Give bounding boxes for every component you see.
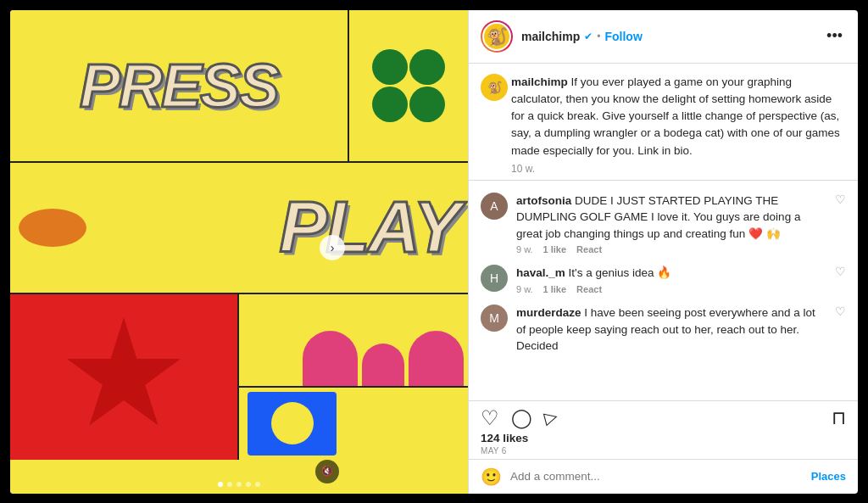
mute-button[interactable]: 🔇 <box>315 460 339 483</box>
more-icon: ••• <box>826 27 843 44</box>
comment-like-button-1[interactable]: ♡ <box>835 193 846 206</box>
comments-list: A artofsonia DUDE I JUST STARTED PLAYING… <box>469 181 858 400</box>
commenter-username-3[interactable]: murderdaze <box>516 306 581 319</box>
avatar-ring: 🐒 <box>481 20 513 53</box>
comment-likes-1: 1 like <box>543 244 567 254</box>
commenter-avatar-1: A <box>481 193 508 220</box>
add-comment-row: 🙂 Places <box>469 459 858 494</box>
commenter-avatar-2: H <box>481 265 508 292</box>
dot-3 <box>236 482 242 487</box>
emoji-button[interactable]: 🙂 <box>481 467 502 487</box>
red-star-shape <box>64 317 183 436</box>
orange-blob <box>19 209 86 247</box>
mute-icon: 🔇 <box>321 466 333 477</box>
press-text: PRESS <box>80 51 278 120</box>
comment-time-2: 9 w. <box>516 284 533 294</box>
avatar: 🐒 <box>482 22 511 51</box>
pink-half-circle <box>303 331 358 386</box>
more-options-button[interactable]: ••• <box>823 27 846 45</box>
follow-button[interactable]: Follow <box>604 30 642 43</box>
post-date: MAY 6 <box>481 446 846 455</box>
caption-avatar: 🐒 <box>481 74 508 101</box>
share-button[interactable]: ▷ <box>542 406 559 426</box>
dot-4 <box>246 482 251 487</box>
dot-2 <box>227 482 232 487</box>
comment-likes-2: 1 like <box>543 284 567 294</box>
commenter-username-2[interactable]: haval._m <box>516 266 565 279</box>
post-caption: 🐒 mailchimp If you ever played a game on… <box>469 64 858 181</box>
comment-input[interactable] <box>510 470 803 483</box>
caption-username[interactable]: mailchimp <box>511 75 568 88</box>
chevron-right-icon: › <box>331 241 335 254</box>
post-info-panel: 🐒 mailchimp ✔ • Follow ••• 🐒 ma <box>468 10 858 494</box>
blue-rectangle <box>248 392 337 455</box>
post-actions: ♡ ◯ ▷ ⊓ 124 likes MAY 6 <box>469 400 858 459</box>
caption-timestamp: 10 w. <box>511 163 846 175</box>
dot-5 <box>255 482 260 487</box>
avatar-icon: 🐒 <box>487 26 508 47</box>
post-image: PRESS PLAY <box>10 10 468 494</box>
commenter-avatar-3: M <box>481 305 508 332</box>
comment-time-1: 9 w. <box>516 244 533 254</box>
comment-like-button-3[interactable]: ♡ <box>835 305 846 318</box>
comment-react-2[interactable]: React <box>576 284 602 294</box>
four-leaf-icon <box>370 48 447 124</box>
next-image-button[interactable]: › <box>320 235 345 260</box>
image-dots <box>218 482 260 487</box>
verified-icon: ✔ <box>584 31 593 42</box>
yellow-circle <box>271 402 314 444</box>
pink-half-circle-2 <box>409 331 464 386</box>
comment-like-button-2[interactable]: ♡ <box>835 265 846 278</box>
play-text: PLAY <box>280 186 459 269</box>
pink-half-circle-small <box>362 344 404 386</box>
commenter-username-1[interactable]: artofsonia <box>516 194 571 207</box>
comment-button[interactable]: ◯ <box>511 409 532 428</box>
comment-item: A artofsonia DUDE I JUST STARTED PLAYING… <box>469 187 858 260</box>
comment-react-1[interactable]: React <box>576 244 602 254</box>
dot-1 <box>218 482 223 487</box>
comment-text-2: It's a genius idea 🔥 <box>569 266 672 279</box>
post-header: 🐒 mailchimp ✔ • Follow ••• <box>469 10 858 64</box>
likes-count: 124 likes <box>481 432 846 444</box>
like-button[interactable]: ♡ <box>481 408 499 428</box>
separator: • <box>597 31 600 42</box>
header-username[interactable]: mailchimp <box>521 30 580 43</box>
comment-item: H haval._m It's a genius idea 🔥 9 w. 1 l… <box>469 260 858 299</box>
bookmark-button[interactable]: ⊓ <box>832 409 846 428</box>
comment-item: M murderdaze I have been seeing post eve… <box>469 299 858 360</box>
places-button[interactable]: Places <box>811 470 846 483</box>
